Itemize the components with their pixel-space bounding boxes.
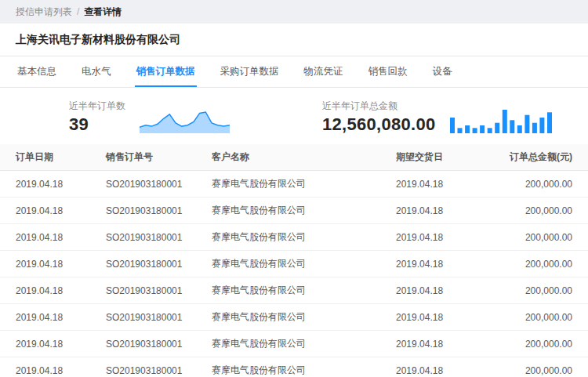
column-header: 客户名称 [212,144,396,171]
table-cell: 赛摩电气股份有限公司 [212,277,396,304]
table-cell: SO201903180001 [106,251,212,277]
breadcrumb: 授信申请列表 / 查看详情 [0,0,588,24]
table-cell: 200,000.00 [510,224,588,251]
table-cell: 2019.04.18 [0,304,106,331]
table-cell: SO201903180001 [106,171,212,198]
table-cell: 200,000.00 [510,277,588,304]
page-title: 上海关讯电子新材料股份有限公司 [16,33,572,47]
table-cell: SO201903180001 [106,224,212,251]
table-cell: SO201903180001 [106,198,212,224]
table-cell: SO201903180001 [106,304,212,331]
table-cell: 200,000.00 [510,304,588,331]
stat-order-amount-label: 近半年订单总金额 [322,100,436,113]
table-cell: 200,000.00 [510,331,588,357]
table-cell: 赛摩电气股份有限公司 [212,357,396,377]
page-header: 上海关讯电子新材料股份有限公司 [0,24,588,56]
tab-item[interactable]: 物流凭证 [303,56,345,87]
column-header: 订单日期 [0,144,106,171]
table-row: 2019.04.18SO201903180001赛摩电气股份有限公司2019.0… [0,304,588,331]
table-cell: 2019.04.18 [396,198,510,224]
stat-order-count: 近半年订单数 39 [69,100,230,134]
table-cell: 2019.04.18 [396,331,510,357]
table-cell: 2019.04.18 [0,198,106,224]
table-cell: 赛摩电气股份有限公司 [212,198,396,224]
table-cell: 2019.04.18 [396,224,510,251]
table-cell: 2019.04.18 [0,277,106,304]
column-header: 销售订单号 [106,144,212,171]
table-cell: 200,000.00 [510,357,588,377]
table-cell: SO201903180001 [106,357,212,377]
column-header: 订单总金额(元) [510,144,588,171]
orders-table: 订单日期销售订单号客户名称期望交货日订单总金额(元) 2019.04.18SO2… [0,144,588,377]
table-cell: SO201903180001 [106,331,212,357]
table-cell: 赛摩电气股份有限公司 [212,304,396,331]
table-cell: 赛摩电气股份有限公司 [212,224,396,251]
table-row: 2019.04.18SO201903180001赛摩电气股份有限公司2019.0… [0,198,588,224]
table-cell: 2019.04.18 [0,251,106,277]
stat-order-amount-value: 12,560,080.00 [322,114,436,134]
table-cell: 2019.04.18 [0,331,106,357]
table-row: 2019.04.18SO201903180001赛摩电气股份有限公司2019.0… [0,357,588,377]
table-cell: 2019.04.18 [396,251,510,277]
table-cell: 2019.04.18 [0,171,106,198]
table-row: 2019.04.18SO201903180001赛摩电气股份有限公司2019.0… [0,251,588,277]
stat-order-count-label: 近半年订单数 [69,100,125,113]
table-row: 2019.04.18SO201903180001赛摩电气股份有限公司2019.0… [0,224,588,251]
table-cell: SO201903180001 [106,277,212,304]
tab-item[interactable]: 基本信息 [16,56,58,87]
stat-order-count-value: 39 [69,114,89,134]
stats-section: 近半年订单数 39 近半年订单总金额 12,560,080.00 [0,88,588,144]
table-row: 2019.04.18SO201903180001赛摩电气股份有限公司2019.0… [0,277,588,304]
breadcrumb-parent-link[interactable]: 授信申请列表 [16,5,72,19]
table-cell: 2019.04.18 [0,357,106,377]
tab-item[interactable]: 设备 [431,56,454,87]
tab-item[interactable]: 电水气 [80,56,113,87]
table-cell: 赛摩电气股份有限公司 [212,251,396,277]
table-cell: 200,000.00 [510,171,588,198]
table-cell: 2019.04.18 [396,357,510,377]
table-cell: 2019.04.18 [396,277,510,304]
table-cell: 200,000.00 [510,198,588,224]
orders-table-header: 订单日期销售订单号客户名称期望交货日订单总金额(元) [0,144,588,171]
tab-item[interactable]: 采购订单数据 [219,56,281,87]
table-cell: 200,000.00 [510,251,588,277]
orders-sparkline-chart [140,108,230,133]
table-cell: 2019.04.18 [0,224,106,251]
table-row: 2019.04.18SO201903180001赛摩电气股份有限公司2019.0… [0,171,588,198]
amount-bar-chart [450,107,552,133]
stat-order-amount: 近半年订单总金额 12,560,080.00 [322,100,552,134]
breadcrumb-separator: / [77,6,79,17]
table-cell: 赛摩电气股份有限公司 [212,171,396,198]
column-header: 期望交货日 [396,144,510,171]
tab-bar: 基本信息电水气销售订单数据采购订单数据物流凭证销售回款设备 [0,56,588,88]
table-cell: 2019.04.18 [396,304,510,331]
table-cell: 赛摩电气股份有限公司 [212,331,396,357]
tab-item[interactable]: 销售订单数据 [135,56,197,87]
tab-item[interactable]: 销售回款 [367,56,409,87]
breadcrumb-current: 查看详情 [84,5,122,19]
table-row: 2019.04.18SO201903180001赛摩电气股份有限公司2019.0… [0,331,588,357]
table-cell: 2019.04.18 [396,171,510,198]
